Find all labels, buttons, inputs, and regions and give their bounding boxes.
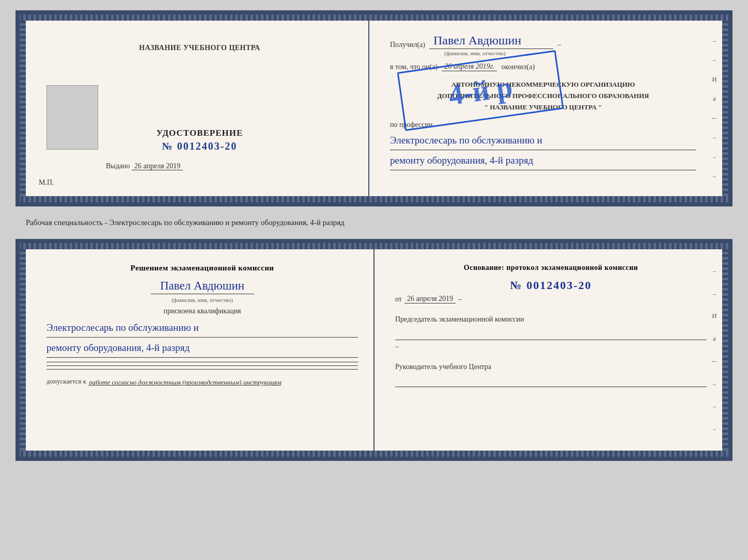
cert-number: № 0012403-20 bbox=[157, 140, 243, 152]
decision-title: Решением экзаменационной комиссии bbox=[46, 262, 358, 274]
allowed-value: работе согласно должностным (производств… bbox=[89, 377, 281, 388]
issued-date: 26 апреля 2019 bbox=[132, 162, 183, 170]
cert-label: УДОСТОВЕРЕНИЕ bbox=[157, 128, 243, 138]
fio-subtitle-top: (фамилия, имя, отчество) bbox=[444, 50, 696, 56]
subtitle-text: Рабочая специальность - Электрослесарь п… bbox=[10, 216, 738, 230]
chairman-block: Председатель экзаменационной комиссии – bbox=[395, 314, 707, 350]
bottom-person-block: Павел Авдюшин bbox=[46, 279, 358, 294]
allowed-label: допускается к bbox=[46, 377, 86, 386]
bottom-person-name: Павел Авдюшин bbox=[151, 279, 254, 294]
protocol-date-label: от bbox=[395, 295, 402, 303]
qual-line2: ремонту оборудования, 4-й разряд bbox=[46, 339, 358, 358]
chairman-label: Председатель экзаменационной комиссии bbox=[395, 314, 707, 325]
bottom-fio-subtitle: (фамилия, имя, отчество) bbox=[46, 297, 358, 303]
side-chars: – – И а ← – – – bbox=[709, 31, 720, 186]
issued-label: Выдано bbox=[106, 162, 130, 170]
qualification-label: присвоена квалификация bbox=[46, 307, 358, 315]
head-sig-line bbox=[395, 377, 707, 387]
protocol-date: 26 апреля 2019 bbox=[404, 295, 456, 303]
chairman-sig-line bbox=[395, 330, 707, 340]
protocol-number: № 0012403-20 bbox=[395, 279, 707, 292]
mp-label: М.П. bbox=[39, 179, 54, 187]
photo-placeholder bbox=[46, 85, 98, 150]
allowed-block: допускается к работе согласно должностны… bbox=[46, 377, 358, 388]
bottom-left: Решением экзаменационной комиссии Павел … bbox=[26, 249, 375, 451]
profession-label: по профессии bbox=[390, 121, 696, 129]
issued-block: Выдано 26 апреля 2019 bbox=[106, 162, 183, 170]
side-chars-bottom: – – И а ← – – – bbox=[709, 260, 720, 440]
cert-number-block: УДОСТОВЕРЕНИЕ № 0012403-20 bbox=[157, 128, 243, 152]
center-title: НАЗВАНИЕ УЧЕБНОГО ЦЕНТРА bbox=[139, 44, 260, 52]
org-block: АВТОНОМНУЮ НЕКОММЕРЧЕСКУЮ ОРГАНИЗАЦИЮ ДО… bbox=[390, 76, 696, 116]
recipient-name: Павел Авдюшин bbox=[429, 34, 553, 49]
recipient-label: Получил(а) bbox=[390, 41, 425, 49]
bottom-right: – – И а ← – – – Основание: протокол экза… bbox=[375, 249, 722, 451]
recipient-line: Получил(а) Павел Авдюшин – bbox=[390, 34, 696, 49]
head-label: Руководитель учебного Центра bbox=[395, 361, 707, 373]
profession-line2: ремонту оборудования, 4-й разряд bbox=[390, 151, 696, 170]
in-that-line: в том, что он(а) 26 апреля 2019г. окончи… bbox=[390, 62, 696, 71]
protocol-date-block: от 26 апреля 2019 – bbox=[395, 295, 707, 303]
qual-line1: Электрослесарь по обслуживанию и bbox=[46, 318, 358, 338]
profession-line1: Электрослесарь по обслуживанию и bbox=[390, 131, 696, 150]
head-block: Руководитель учебного Центра bbox=[395, 361, 707, 387]
basis-title: Основание: протокол экзаменационной коми… bbox=[395, 262, 707, 274]
